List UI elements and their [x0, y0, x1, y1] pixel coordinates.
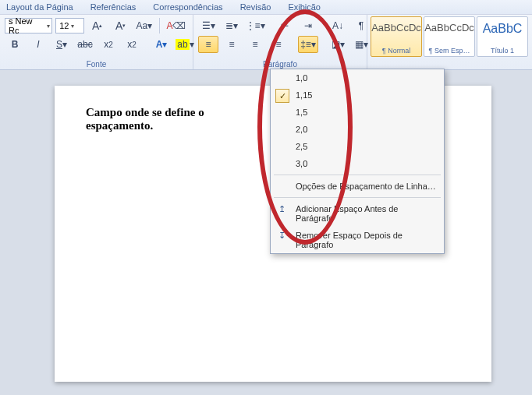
option-label: 2,5 [296, 142, 307, 151]
bold-button[interactable]: B [5, 36, 25, 53]
document-area: Campo onde se define o espaçamento. [0, 70, 532, 395]
decrease-indent-button[interactable]: ⇤ [275, 17, 295, 34]
check-col [275, 106, 289, 120]
underline-button[interactable]: S▾ [51, 36, 72, 53]
option-label: 2,0 [296, 125, 307, 134]
chevron-down-icon: ▾ [71, 23, 74, 30]
align-right-button[interactable]: ≡ [245, 36, 265, 53]
option-label: 1,15 [296, 90, 312, 100]
increase-indent-button[interactable]: ⇥ [298, 17, 318, 34]
sort-button[interactable]: A↓ [328, 17, 348, 34]
tab-layout[interactable]: Layout da Página [6, 2, 73, 12]
style-name: Título 1 [477, 47, 527, 55]
option-label: Adicionar Espaço Antes de Parágrafo [296, 204, 398, 223]
group-paragraph: ☰▾ ≣▾ ⋮≡▾ ⇤ ⇥ A↓ ¶ ≡ ≡ ≡ ≡ ‡≡▾ ◪▾ ▦▾ Par… [193, 15, 367, 69]
style-sample: AaBbC [477, 22, 527, 36]
add-space-before[interactable]: ↥ Adicionar Espaço Antes de Parágrafo [271, 200, 444, 227]
tab-mailings[interactable]: Correspondências [153, 2, 222, 12]
check-col [275, 72, 289, 86]
chevron-down-icon: ▾ [47, 23, 50, 30]
style-sample: AaBbCcDc [424, 22, 474, 34]
option-label: Opções de Espaçamento de Linha… [296, 182, 436, 191]
option-label: 1,0 [296, 73, 307, 83]
spacing-options-link[interactable]: Opções de Espaçamento de Linha… [271, 178, 444, 195]
check-icon: ✓ [275, 89, 289, 103]
add-space-before-icon: ↥ [275, 203, 288, 214]
font-name-value: s New Rc [9, 16, 44, 35]
check-col [275, 157, 289, 171]
tab-review[interactable]: Revisão [240, 2, 271, 12]
check-col: ✓ [275, 89, 289, 103]
italic-button[interactable]: I [28, 36, 48, 53]
change-case-button[interactable]: Aa▾ [134, 17, 154, 34]
shading-button[interactable]: ◪▾ [328, 36, 348, 53]
line-spacing-menu: 1,0 ✓ 1,15 1,5 2,0 2,5 3,0 Opções de Esp… [270, 69, 445, 254]
superscript-button[interactable]: x2 [122, 36, 142, 53]
style-no-spacing[interactable]: AaBbCcDc ¶ Sem Esp… [424, 16, 475, 57]
multilevel-list-button[interactable]: ⋮≡▾ [245, 17, 265, 34]
strikethrough-button[interactable]: abc [75, 36, 95, 53]
spacing-option-1-0[interactable]: 1,0 [271, 69, 444, 86]
text-effects-button[interactable]: A▾ [151, 36, 172, 53]
highlight-button[interactable]: ab▾ [175, 36, 195, 53]
font-name-combo[interactable]: s New Rc ▾ [5, 18, 52, 34]
ribbon-tabs: Layout da Página Referências Correspondê… [0, 0, 532, 15]
spacing-option-2-0[interactable]: 2,0 [271, 121, 444, 138]
align-center-button[interactable]: ≡ [222, 36, 242, 53]
grow-font-button[interactable]: A▴ [87, 17, 108, 34]
style-name: ¶ Normal [371, 47, 421, 55]
menu-divider [274, 197, 441, 198]
check-col [275, 140, 289, 154]
group-label-paragraph: Parágrafo [193, 60, 367, 69]
tab-view[interactable]: Exibição [288, 2, 321, 12]
style-normal[interactable]: AaBbCcDc ¶ Normal [371, 16, 422, 57]
spacing-option-2-5[interactable]: 2,5 [271, 138, 444, 155]
numbering-button[interactable]: ≣▾ [222, 17, 242, 34]
group-label-font: Fonte [0, 60, 193, 69]
style-heading1[interactable]: AaBbC Título 1 [477, 16, 528, 57]
style-sample: AaBbCcDc [371, 22, 421, 34]
spacing-option-3-0[interactable]: 3,0 [271, 155, 444, 172]
document-text: Campo onde se define o espaçamento. [86, 106, 226, 133]
font-size-value: 12 [59, 21, 69, 30]
option-label: 1,5 [296, 108, 307, 117]
clear-formatting-button[interactable]: A⌫ [165, 17, 188, 34]
shrink-font-button[interactable]: A▾ [111, 17, 131, 34]
group-styles: AaBbCcDc ¶ Normal AaBbCcDc ¶ Sem Esp… Aa… [367, 15, 532, 69]
justify-button[interactable]: ≡ [268, 36, 289, 53]
option-label: Remover Espaço Depois de Parágrafo [296, 231, 403, 249]
ribbon: s New Rc ▾ 12 ▾ A▴ A▾ Aa▾ A⌫ B I S▾ abc … [0, 15, 532, 70]
spacing-option-1-15[interactable]: ✓ 1,15 [271, 86, 444, 104]
check-col [275, 123, 289, 137]
menu-divider [274, 175, 441, 175]
spacing-option-1-5[interactable]: 1,5 [271, 104, 444, 121]
option-label: 3,0 [296, 159, 307, 168]
bullets-button[interactable]: ☰▾ [198, 17, 218, 34]
font-size-combo[interactable]: 12 ▾ [55, 18, 83, 34]
tab-references[interactable]: Referências [90, 2, 137, 12]
remove-space-after[interactable]: ↧ Remover Espaço Depois de Parágrafo [271, 227, 444, 253]
group-font: s New Rc ▾ 12 ▾ A▴ A▾ Aa▾ A⌫ B I S▾ abc … [0, 15, 193, 69]
style-name: ¶ Sem Esp… [424, 47, 474, 55]
subscript-button[interactable]: x2 [98, 36, 119, 53]
separator [159, 18, 160, 34]
remove-space-after-icon: ↧ [275, 230, 288, 241]
line-spacing-button[interactable]: ‡≡▾ [298, 36, 318, 53]
align-left-button[interactable]: ≡ [198, 36, 218, 53]
